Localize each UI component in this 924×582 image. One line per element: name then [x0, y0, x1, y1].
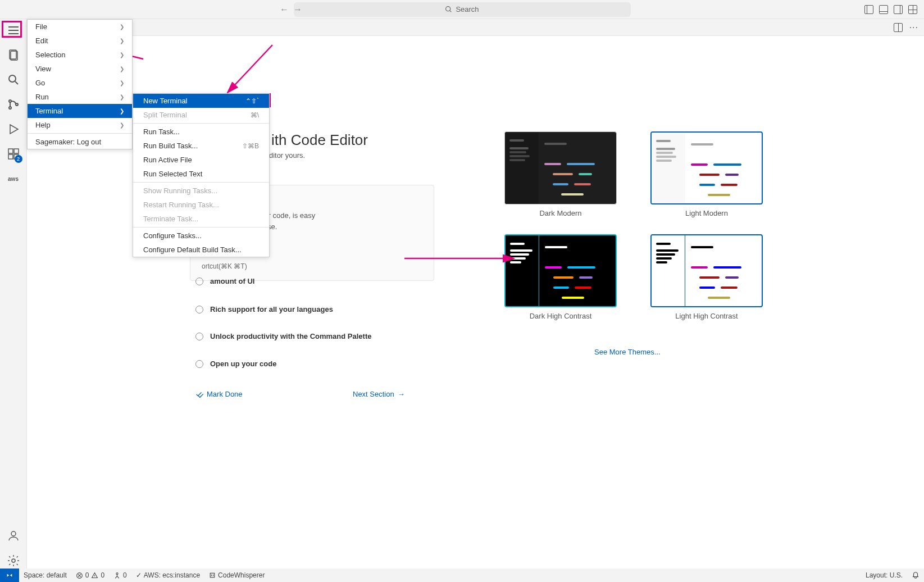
mark-done-link[interactable]: Mark Done: [195, 390, 243, 398]
theme-dark-high-contrast[interactable]: Dark High Contrast: [499, 234, 622, 320]
svg-point-14: [116, 572, 118, 574]
editor-tabbar: ···: [0, 19, 924, 36]
next-section-link[interactable]: Next Section →: [353, 390, 405, 398]
status-ports[interactable]: 0: [109, 571, 131, 579]
chevron-right-icon: ❯: [120, 24, 124, 30]
theme-light-high-contrast[interactable]: Light High Contrast: [645, 234, 768, 320]
main-menu: File❯ Edit❯ Selection❯ View❯ Go❯ Run❯ Te…: [27, 19, 133, 149]
status-layout[interactable]: Layout: U.S.: [861, 571, 907, 579]
svg-point-3: [9, 75, 16, 82]
menu-run[interactable]: Run❯: [28, 90, 132, 104]
menu-file[interactable]: File❯: [28, 20, 132, 34]
svg-point-5: [9, 107, 11, 109]
toggle-sidebar-left-icon[interactable]: [864, 5, 873, 14]
activity-bar: 2 aws: [0, 19, 27, 569]
step-right-amount-ui[interactable]: amount of UI: [195, 277, 254, 285]
menu-selection[interactable]: Selection❯: [28, 48, 132, 62]
menu-terminal[interactable]: Terminal❯: [28, 104, 132, 118]
svg-point-11: [11, 531, 16, 536]
submenu-restart-running-task: Restart Running Task...: [133, 198, 269, 212]
search-placeholder: Search: [456, 5, 479, 13]
circle-icon: [195, 278, 203, 285]
aws-icon[interactable]: aws: [6, 171, 21, 187]
chevron-right-icon: ❯: [120, 80, 124, 86]
theme-tip: ortcut(⌘K ⌘T): [202, 262, 422, 270]
customize-layout-icon[interactable]: [908, 5, 917, 14]
accounts-icon[interactable]: [6, 528, 21, 544]
submenu-split-terminal: Split Terminal⌘\: [133, 108, 269, 122]
status-aws[interactable]: ✓ AWS: ecs:instance: [131, 571, 204, 579]
arrow-right-icon: →: [398, 390, 405, 398]
circle-icon: [195, 333, 203, 340]
submenu-new-terminal[interactable]: New Terminal⌃⇧`: [133, 94, 269, 108]
theme-light-modern[interactable]: Light Modern: [645, 131, 768, 217]
status-codewhisperer[interactable]: CodeWhisperer: [204, 571, 269, 579]
explorer-icon[interactable]: [6, 47, 21, 63]
search-icon[interactable]: [6, 72, 21, 88]
source-control-icon[interactable]: [6, 97, 21, 112]
more-actions-icon[interactable]: ···: [909, 22, 918, 33]
menu-go[interactable]: Go❯: [28, 76, 132, 90]
step-rich-languages[interactable]: Rich support for all your languages: [195, 305, 333, 313]
circle-icon: [195, 306, 203, 313]
menu-view[interactable]: View❯: [28, 62, 132, 76]
nav-forward-icon[interactable]: →: [293, 4, 302, 15]
toggle-panel-icon[interactable]: [879, 5, 888, 14]
see-more-themes-link[interactable]: See More Themes...: [594, 348, 661, 356]
svg-rect-8: [14, 149, 19, 153]
submenu-terminate-task: Terminate Task...: [133, 212, 269, 226]
svg-point-4: [9, 100, 11, 102]
status-bar: Space: default 0 0 0 ✓ AWS: ecs:instance…: [0, 569, 924, 582]
submenu-run-build-task[interactable]: Run Build Task...⇧⌘B: [133, 139, 269, 153]
chevron-right-icon: ❯: [120, 94, 124, 100]
remote-indicator[interactable]: [0, 569, 19, 582]
circle-icon: [195, 360, 203, 368]
menu-help[interactable]: Help❯: [28, 118, 132, 132]
titlebar: ← → Search: [0, 0, 924, 19]
chevron-right-icon: ❯: [120, 122, 124, 128]
svg-point-12: [12, 559, 15, 562]
search-input[interactable]: Search: [294, 2, 631, 17]
chevron-right-icon: ❯: [120, 66, 124, 72]
chevron-right-icon: ❯: [120, 38, 124, 44]
split-editor-icon[interactable]: [894, 23, 903, 32]
nav-back-icon[interactable]: ←: [280, 4, 289, 15]
status-problems[interactable]: 0 0: [71, 571, 109, 579]
svg-rect-15: [210, 573, 215, 578]
submenu-configure-tasks[interactable]: Configure Tasks...: [133, 229, 269, 243]
status-space[interactable]: Space: default: [19, 571, 71, 579]
submenu-configure-default-build-task[interactable]: Configure Default Build Task...: [133, 243, 269, 257]
menu-edit[interactable]: Edit❯: [28, 34, 132, 48]
welcome-title: ith Code Editor: [271, 131, 368, 149]
run-debug-icon[interactable]: [6, 121, 21, 137]
svg-point-0: [446, 7, 450, 11]
menu-icon[interactable]: [6, 22, 21, 38]
svg-rect-7: [8, 149, 13, 153]
extensions-badge: 2: [15, 155, 22, 163]
settings-gear-icon[interactable]: [6, 553, 21, 569]
submenu-run-selected-text[interactable]: Run Selected Text: [133, 167, 269, 181]
theme-dark-modern[interactable]: Dark Modern: [499, 131, 622, 217]
submenu-run-active-file[interactable]: Run Active File: [133, 153, 269, 167]
submenu-show-running-tasks: Show Running Tasks...: [133, 184, 269, 198]
submenu-run-task[interactable]: Run Task...: [133, 125, 269, 139]
menu-sagemaker-logout[interactable]: Sagemaker: Log out: [28, 135, 132, 149]
step-command-palette[interactable]: Unlock productivity with the Command Pal…: [195, 332, 371, 340]
terminal-submenu: New Terminal⌃⇧` Split Terminal⌘\ Run Tas…: [133, 93, 270, 257]
step-open-code[interactable]: Open up your code: [195, 360, 276, 368]
notifications-bell-icon[interactable]: [907, 571, 924, 579]
svg-rect-9: [8, 154, 13, 159]
extensions-icon[interactable]: 2: [6, 146, 21, 162]
chevron-right-icon: ❯: [120, 52, 124, 58]
chevron-right-icon: ❯: [120, 108, 124, 114]
toggle-sidebar-right-icon[interactable]: [894, 5, 903, 14]
